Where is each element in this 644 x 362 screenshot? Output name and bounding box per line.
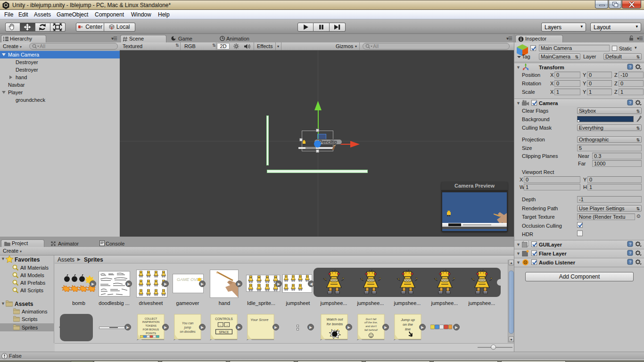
svg-text:line: line <box>405 327 411 331</box>
svg-text:Jump up: Jump up <box>400 318 415 322</box>
svg-text:←: ← <box>219 323 222 326</box>
svg-text:on the: on the <box>403 322 413 327</box>
svg-text:POINTS: POINTS <box>146 332 156 335</box>
svg-text:FOR BONUS: FOR BONUS <box>143 328 159 331</box>
svg-text:Your Score: Your Score <box>250 318 269 322</box>
svg-text:off the line,: off the line, <box>364 321 378 324</box>
svg-text:on doodles: on doodles <box>180 330 196 333</box>
svg-text:→: → <box>225 323 228 326</box>
svg-text:Watch out: Watch out <box>327 317 344 321</box>
svg-text:CONTROLS: CONTROLS <box>215 317 233 321</box>
svg-text:?: ? <box>629 251 631 255</box>
svg-text:for bombs: for bombs <box>327 322 343 326</box>
svg-text:?: ? <box>629 260 631 264</box>
svg-text:Don't fall: Don't fall <box>366 318 377 321</box>
svg-text:?: ? <box>629 242 631 247</box>
svg-text:?: ? <box>629 100 631 105</box>
svg-text:?: ? <box>629 65 631 69</box>
svg-text:You can: You can <box>182 321 194 325</box>
svg-text:SPACE: SPACE <box>219 330 229 334</box>
svg-text:INSPIRATION: INSPIRATION <box>142 321 160 323</box>
svg-text:and don't: and don't <box>365 325 377 328</box>
svg-text:TOKENS: TOKENS <box>145 324 157 327</box>
svg-text:fall behind!: fall behind! <box>364 329 378 331</box>
svg-text:jump: jump <box>184 326 191 329</box>
svg-text:COLLECT: COLLECT <box>145 317 157 320</box>
